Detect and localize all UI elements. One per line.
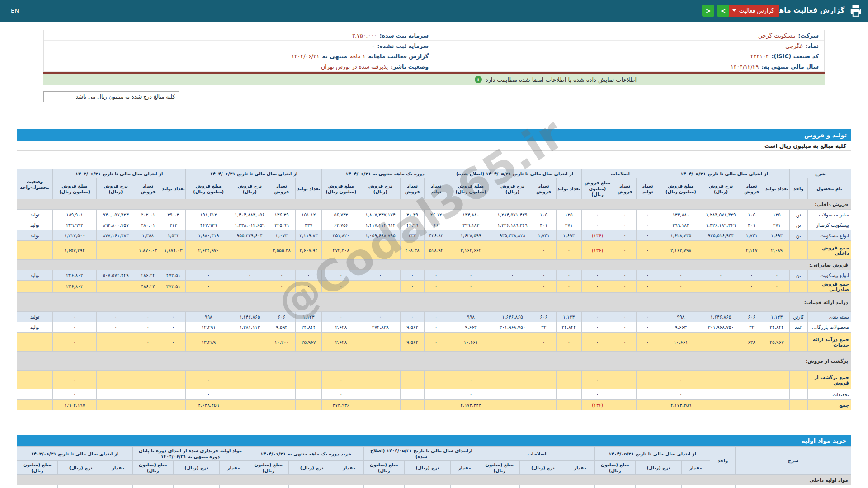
- value-cell: [231, 400, 268, 410]
- value-cell: ۵۶,۷۳۲: [322, 210, 360, 220]
- prev-page-button[interactable]: <: [702, 5, 714, 17]
- value-cell: ۰: [186, 270, 231, 281]
- value-cell: ۵۰۷,۵۷۴,۴۴۹: [97, 270, 135, 281]
- value-cell: [360, 281, 401, 293]
- value-cell: [97, 241, 135, 260]
- table-row: آردتن۱,۴۵۵۲۹۹,۹۸۲,۸۱۸۴۳۶,۴۷۵۰۰۰۱,۴۵۵۲۹۹,…: [17, 485, 851, 488]
- value-cell: ۲,۱۶۲,۶۶۲: [448, 241, 494, 260]
- column-header: از ابتدای سال مالی تا تاریخ ۱۴۰۳/۰۶/۳۱: [53, 169, 186, 178]
- language-toggle[interactable]: EN: [11, 7, 19, 14]
- value-cell: [97, 389, 135, 400]
- value-cell: ۲۴۶,۸۰۳: [53, 270, 97, 281]
- value-cell: ۲۷۱: [557, 220, 582, 230]
- value-cell: ۳۵۱,۸۲۰: [322, 230, 360, 241]
- value-cell: ۰: [448, 389, 494, 400]
- symbol-field: نماد: غگرجي: [434, 41, 824, 51]
- column-header: تعداد تولید: [636, 178, 659, 199]
- report-type-button[interactable]: گزارش فعالیت: [727, 5, 779, 17]
- value-cell: ۰: [659, 281, 703, 293]
- row-label: محصولات بازرگانی: [807, 322, 851, 333]
- value-cell: ۳۹۹,۱۸۳: [659, 220, 703, 230]
- column-header: تعداد فروش: [613, 178, 637, 199]
- unit-cell: تن: [710, 485, 736, 488]
- value-cell: ۰: [636, 322, 659, 333]
- value-cell: [161, 400, 186, 410]
- value-cell: ۱,۶۲۸,۷۳۵: [659, 230, 703, 241]
- column-header: نرخ فروش (ریال): [703, 178, 739, 199]
- value-cell: [231, 389, 268, 400]
- column-header: مبلغ فروش (میلیون ریال): [322, 178, 360, 199]
- value-cell: ۳۹۹,۱۸۳: [448, 220, 494, 230]
- column-header: نرخ (ریال): [635, 461, 681, 475]
- value-cell: ۴۴.۹۹: [401, 220, 425, 230]
- value-cell: [401, 389, 425, 400]
- value-cell: ۴۳۶,۴۷۵: [363, 485, 404, 488]
- value-cell: ۰: [53, 333, 97, 352]
- column-header: وضعیت محصول-واحد: [17, 169, 53, 199]
- print-icon[interactable]: [849, 4, 863, 18]
- company-name: بيسکويت گرجي: [758, 32, 795, 39]
- section-row-label: برگشت از فروش:: [17, 352, 851, 371]
- top-bar: گزارش فعالیت ماهانه گزارش فعالیت < > EN: [0, 0, 868, 22]
- column-header: مبلغ (میلیون ریال): [363, 461, 404, 475]
- value-cell: ۲,۱۱۹.۸۳: [295, 230, 322, 241]
- row-label: تخفیفات: [807, 389, 851, 400]
- value-cell: [360, 371, 401, 389]
- signature-notice: اطلاعات نمایش داده شده با اطلاعات امضا ش…: [43, 74, 825, 85]
- column-header: اصلاحات: [581, 169, 659, 178]
- value-cell: ۰: [613, 241, 637, 260]
- column-header: ازابتدای سال مالی تا تاریخ ۱۴۰۴/۰۵/۳۱ (ا…: [363, 447, 479, 461]
- value-cell: ۱۲۵: [764, 210, 789, 220]
- column-header: مبلغ (میلیون ریال): [17, 461, 58, 475]
- value-cell: ۱,۳۸۸: [135, 230, 161, 241]
- column-header: نرخ (ریال): [520, 461, 566, 475]
- value-cell: ۰: [636, 210, 659, 220]
- value-cell: [531, 400, 557, 410]
- status-cell: تولید: [17, 312, 53, 322]
- unit-cell: عدد: [789, 322, 807, 333]
- value-cell: ۰: [739, 270, 764, 281]
- value-cell: ۱,۳۲۶,۱۸۹,۳۶۹: [703, 220, 739, 230]
- value-cell: ۰: [581, 220, 613, 230]
- table-row: درآمد ارائه خدمات:: [17, 293, 851, 312]
- table-row: برگشت از فروش:: [17, 352, 851, 371]
- next-page-button[interactable]: >: [717, 5, 729, 17]
- value-cell: ۰: [557, 333, 582, 352]
- production-sales-table: شرحاز ابتدای سال مالی تا تاریخ ۱۴۰۴/۰۵/۳…: [17, 169, 851, 410]
- value-cell: ۱۳۶.۳۹: [268, 210, 296, 220]
- value-cell: ۰: [424, 281, 448, 293]
- value-cell: ۱۵۱.۱۲: [295, 210, 322, 220]
- section-row-label: فروش صادراتی:: [17, 260, 851, 270]
- fiscal-year-field: سال مالی منتهی به: ۱۴۰۴/۱۲/۲۹: [434, 61, 824, 72]
- column-header: مقدار: [104, 461, 132, 475]
- value-cell: ۰: [531, 281, 557, 293]
- value-cell: ۲۴۹,۹۹۳: [53, 220, 97, 230]
- value-cell: ۴۸۶.۲۴: [135, 281, 161, 293]
- value-cell: ۴۷۴,۹۳۶: [322, 400, 360, 410]
- value-cell: [231, 281, 268, 293]
- value-cell: ۰: [566, 485, 594, 488]
- value-cell: ۳۴۵.۹۹: [268, 220, 296, 230]
- value-cell: (۱۳۶): [581, 241, 613, 260]
- value-cell: ۰: [659, 371, 703, 389]
- value-cell: ۲۹۹,۹۸۲,۸۱۸: [635, 485, 681, 488]
- million-rial-note-text: کلیه مبالغ درج شده به میلیون ریال می باش…: [76, 94, 175, 100]
- value-cell: [636, 371, 659, 389]
- value-cell: ۰: [636, 230, 659, 241]
- value-cell: ۱۹۱,۶۱۲: [186, 210, 231, 220]
- column-header: مقدار: [219, 461, 248, 475]
- value-cell: [268, 389, 296, 400]
- value-cell: ۲۴,۸۴۴: [295, 322, 322, 333]
- value-cell: ۶۰۶: [531, 312, 557, 322]
- status-cell: [17, 281, 53, 293]
- table-row: جمع۲,۱۷۳,۴۵۹(۱۳۶)۲,۱۷۳,۳۲۳۴۷۴,۹۳۶۲,۶۴۸,۲…: [17, 400, 851, 410]
- value-cell: ۸۹۲,۸۰۰,۲۵۷: [97, 220, 135, 230]
- value-cell: ۰: [322, 371, 360, 389]
- value-cell: ۱۸۹,۹۰۱: [53, 210, 97, 220]
- value-cell: ۲,۱۷۳,۴۵۹: [659, 400, 703, 410]
- value-cell: ۴۶۲,۹۳۹: [186, 220, 231, 230]
- column-header: از ابتدای سال مالی تا تاریخ ۱۴۰۴/۰۵/۳۱: [594, 447, 710, 461]
- value-cell: ۰: [186, 389, 231, 400]
- value-cell: [494, 400, 531, 410]
- column-header: تعداد فروش: [531, 178, 557, 199]
